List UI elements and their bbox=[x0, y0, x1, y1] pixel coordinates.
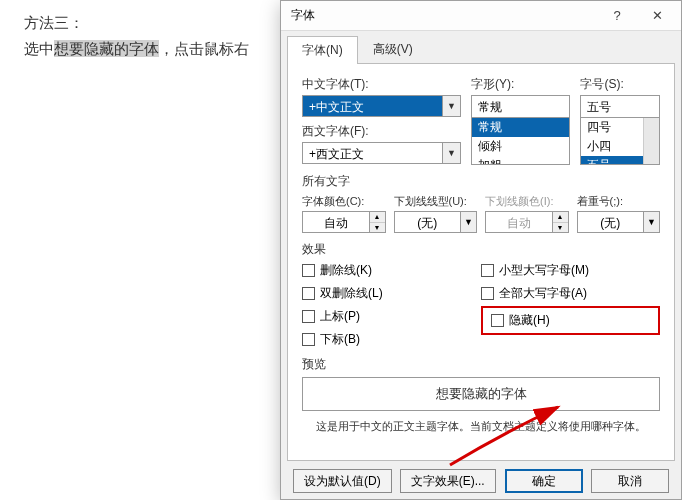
preview-description: 这是用于中文的正文主题字体。当前文档主题定义将使用哪种字体。 bbox=[302, 419, 660, 434]
chevron-down-icon[interactable]: ▼ bbox=[442, 143, 460, 163]
list-item[interactable]: 常规 bbox=[472, 118, 569, 137]
font-color-combo[interactable]: 自动 ▲▼ bbox=[302, 211, 386, 233]
font-color-label: 字体颜色(C): bbox=[302, 194, 386, 209]
style-label: 字形(Y): bbox=[471, 76, 570, 93]
preview-section-label: 预览 bbox=[302, 356, 660, 373]
underline-label: 下划线线型(U): bbox=[394, 194, 478, 209]
list-item[interactable]: 倾斜 bbox=[472, 137, 569, 156]
cn-font-label: 中文字体(T): bbox=[302, 76, 461, 93]
chevron-down-icon[interactable]: ▼ bbox=[442, 96, 460, 116]
bg-line1: 方法三： bbox=[24, 10, 249, 36]
subscript-checkbox[interactable]: 下标(B) bbox=[302, 331, 481, 348]
dialog-titlebar: 字体 ? ✕ bbox=[281, 1, 681, 31]
font-dialog: 字体 ? ✕ 字体(N) 高级(V) 中文字体(T): +中文正文 ▼ 西文字体… bbox=[280, 0, 682, 500]
emphasis-combo[interactable]: (无) ▼ bbox=[577, 211, 661, 233]
dropdown-split-icon[interactable]: ▲▼ bbox=[369, 212, 385, 232]
dblstrike-checkbox[interactable]: 双删除线(L) bbox=[302, 285, 481, 302]
underline-color-label: 下划线颜色(I): bbox=[485, 194, 569, 209]
emphasis-label: 着重号(;): bbox=[577, 194, 661, 209]
list-item[interactable]: 四号 bbox=[581, 118, 643, 137]
tab-advanced[interactable]: 高级(V) bbox=[358, 35, 428, 63]
preview-box: 想要隐藏的字体 bbox=[302, 377, 660, 411]
dialog-footer: 设为默认值(D) 文字效果(E)... 确定 取消 bbox=[281, 461, 681, 500]
dialog-tabs: 字体(N) 高级(V) bbox=[281, 31, 681, 63]
size-input[interactable]: 五号 bbox=[580, 95, 660, 117]
list-item[interactable]: 五号 bbox=[581, 156, 643, 165]
size-label: 字号(S): bbox=[580, 76, 660, 93]
list-item[interactable]: 加粗 bbox=[472, 156, 569, 165]
bg-line2: 选中想要隐藏的字体，点击鼠标右 bbox=[24, 36, 249, 62]
close-button[interactable]: ✕ bbox=[637, 2, 677, 30]
smallcaps-checkbox[interactable]: 小型大写字母(M) bbox=[481, 262, 660, 279]
list-item[interactable]: 小四 bbox=[581, 137, 643, 156]
font-panel: 中文字体(T): +中文正文 ▼ 西文字体(F): +西文正文 ▼ 字形(Y):… bbox=[287, 63, 675, 461]
effects-section-label: 效果 bbox=[302, 241, 660, 258]
dialog-title: 字体 bbox=[291, 7, 315, 24]
ok-button[interactable]: 确定 bbox=[505, 469, 583, 493]
selected-text: 想要隐藏的字体 bbox=[54, 40, 159, 57]
cancel-button[interactable]: 取消 bbox=[591, 469, 669, 493]
cn-font-combo[interactable]: +中文正文 ▼ bbox=[302, 95, 461, 117]
west-font-combo[interactable]: +西文正文 ▼ bbox=[302, 142, 461, 164]
help-button[interactable]: ? bbox=[597, 2, 637, 30]
tab-font[interactable]: 字体(N) bbox=[287, 36, 358, 64]
preview-text: 想要隐藏的字体 bbox=[436, 385, 527, 403]
style-listbox[interactable]: 常规 倾斜 加粗 bbox=[471, 117, 570, 165]
cn-font-value: +中文正文 bbox=[303, 96, 442, 116]
west-font-label: 西文字体(F): bbox=[302, 123, 461, 140]
underline-combo[interactable]: (无) ▼ bbox=[394, 211, 478, 233]
west-font-value: +西文正文 bbox=[303, 143, 442, 163]
superscript-checkbox[interactable]: 上标(P) bbox=[302, 308, 481, 325]
highlight-box: 隐藏(H) bbox=[481, 306, 660, 335]
set-default-button[interactable]: 设为默认值(D) bbox=[293, 469, 392, 493]
hidden-checkbox[interactable]: 隐藏(H) bbox=[491, 312, 650, 329]
allcaps-checkbox[interactable]: 全部大写字母(A) bbox=[481, 285, 660, 302]
background-document-text: 方法三： 选中想要隐藏的字体，点击鼠标右 bbox=[24, 10, 249, 62]
text-effects-button[interactable]: 文字效果(E)... bbox=[400, 469, 496, 493]
chevron-down-icon[interactable]: ▼ bbox=[460, 212, 476, 232]
underline-color-combo: 自动 ▲▼ bbox=[485, 211, 569, 233]
style-input[interactable]: 常规 bbox=[471, 95, 570, 117]
dropdown-split-icon: ▲▼ bbox=[552, 212, 568, 232]
chevron-down-icon[interactable]: ▼ bbox=[643, 212, 659, 232]
size-listbox[interactable]: 四号 小四 五号 bbox=[580, 117, 660, 165]
strike-checkbox[interactable]: 删除线(K) bbox=[302, 262, 481, 279]
allchar-section-label: 所有文字 bbox=[302, 173, 660, 190]
